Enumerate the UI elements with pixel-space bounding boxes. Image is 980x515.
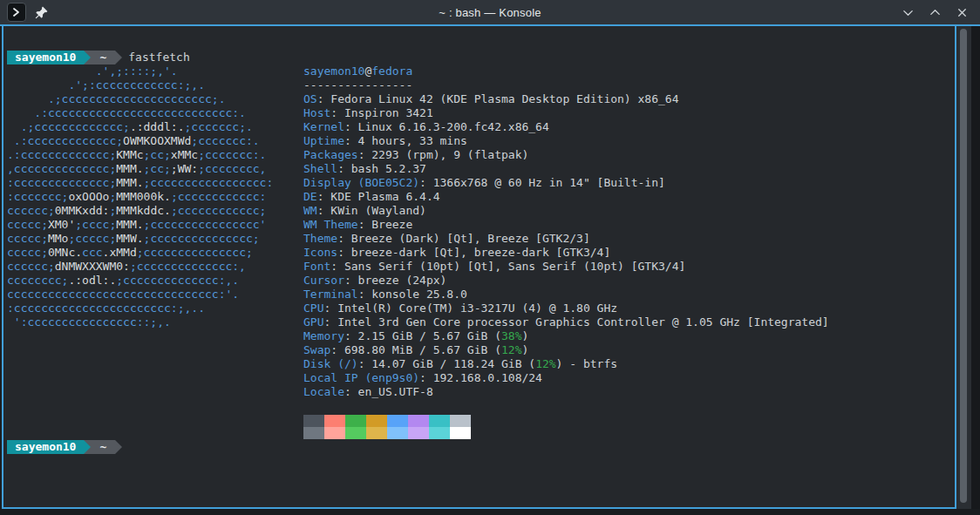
info-line: Theme: Breeze (Dark) [Qt], Breeze [GTK2/… (303, 232, 829, 246)
prompt-dir-segment: ~ (91, 51, 115, 64)
palette-swatch (303, 427, 324, 439)
palette-swatch (324, 427, 345, 439)
prompt-chevron-glyph (11, 7, 22, 17)
palette-swatch (450, 427, 471, 439)
color-palette (303, 415, 471, 439)
close-button[interactable] (954, 4, 970, 20)
maximize-button[interactable] (927, 4, 943, 20)
focus-frame-top (0, 24, 980, 26)
palette-swatch (429, 415, 450, 427)
info-line: WM Theme: Breeze (303, 218, 829, 232)
info-line: OS: Fedora Linux 42 (KDE Plasma Desktop … (303, 92, 829, 106)
palette-swatch (303, 415, 324, 427)
shell-prompt-line: sayemon10 ~ fastfetch (7, 51, 190, 64)
fastfetch-ascii-logo: .',;::::;,'. .';:cccccccccccc:;,. .;cccc… (7, 64, 273, 329)
info-line: Cursor: breeze (24px) (303, 274, 829, 288)
info-line: WM: KWin (Wayland) (303, 204, 829, 218)
palette-swatch (387, 427, 408, 439)
info-line: CPU: Intel(R) Core(TM) i3-3217U (4) @ 1.… (303, 302, 829, 315)
palette-swatch (366, 415, 387, 427)
scrollbar-thumb[interactable] (960, 29, 967, 503)
info-line: sayemon10@fedora (303, 64, 829, 78)
palette-swatch (387, 415, 408, 427)
info-line: DE: KDE Plasma 6.4.4 (303, 190, 829, 204)
pin-icon[interactable] (35, 6, 48, 19)
palette-swatch (366, 427, 387, 439)
palette-swatch (345, 415, 366, 427)
palette-swatch (345, 427, 366, 439)
info-line: Swap: 698.80 MiB / 5.67 GiB (12%) (303, 343, 829, 357)
info-line: Font: Sans Serif (10pt) [Qt], Sans Serif… (303, 260, 829, 274)
info-line: Display (BOE05C2): 1366x768 @ 60 Hz in 1… (303, 176, 829, 190)
info-line: Locale: en_US.UTF-8 (303, 385, 829, 399)
palette-row-normal (303, 415, 471, 427)
info-line: ---------------- (303, 78, 829, 92)
palette-row-bright (303, 427, 471, 439)
minimize-button[interactable] (900, 4, 915, 20)
info-line: Uptime: 4 hours, 33 mins (303, 134, 829, 148)
palette-swatch (450, 415, 471, 427)
powerline-arrow-icon (115, 51, 122, 64)
info-line: Host: Inspiron 3421 (303, 106, 829, 120)
konsole-app-icon[interactable] (7, 3, 26, 22)
info-line: GPU: Intel 3rd Gen Core processor Graphi… (303, 315, 829, 329)
window-bottom-border (0, 509, 980, 515)
info-line: Disk (/): 14.07 GiB / 118.24 GiB (12%) -… (303, 357, 829, 371)
powerline-arrow-icon (84, 440, 91, 454)
chevron-up-icon (929, 6, 942, 19)
window-right-border (971, 24, 980, 509)
konsole-window: ~ : bash — Konsole (0, 0, 980, 515)
prompt-user-segment: sayemon10 (7, 440, 84, 454)
shell-prompt-line: sayemon10 ~ (7, 440, 122, 454)
titlebar[interactable]: ~ : bash — Konsole (0, 0, 980, 24)
powerline-arrow-icon (115, 440, 122, 454)
chevron-down-icon (902, 6, 915, 19)
info-line: Memory: 2.15 GiB / 5.67 GiB (38%) (303, 329, 829, 343)
typed-command: fastfetch (128, 51, 189, 64)
info-line: Packages: 2293 (rpm), 9 (flatpak) (303, 148, 829, 162)
powerline-arrow-icon (84, 51, 91, 64)
palette-swatch (429, 427, 450, 439)
palette-swatch (408, 415, 429, 427)
palette-swatch (408, 427, 429, 439)
info-line: Terminal: konsole 25.8.0 (303, 288, 829, 302)
info-line: Icons: breeze-dark [Qt], breeze-dark [GT… (303, 246, 829, 260)
info-line: Kernel: Linux 6.16.3-200.fc42.x86_64 (303, 120, 829, 134)
prompt-user-segment: sayemon10 (7, 51, 84, 64)
x-icon (956, 6, 969, 19)
window-title: ~ : bash — Konsole (0, 6, 980, 19)
fastfetch-info: sayemon10@fedora----------------OS: Fedo… (303, 64, 829, 399)
info-line: Shell: bash 5.2.37 (303, 162, 829, 176)
terminal-frame: sayemon10 ~ fastfetch .',;::::;,'. .';:c… (2, 24, 956, 509)
terminal-viewport[interactable]: sayemon10 ~ fastfetch .',;::::;,'. .';:c… (7, 51, 958, 515)
prompt-dir-segment: ~ (91, 440, 115, 454)
scrollbar-track[interactable] (956, 26, 971, 509)
info-line: Local IP (enp9s0): 192.168.0.108/24 (303, 371, 829, 385)
palette-swatch (324, 415, 345, 427)
